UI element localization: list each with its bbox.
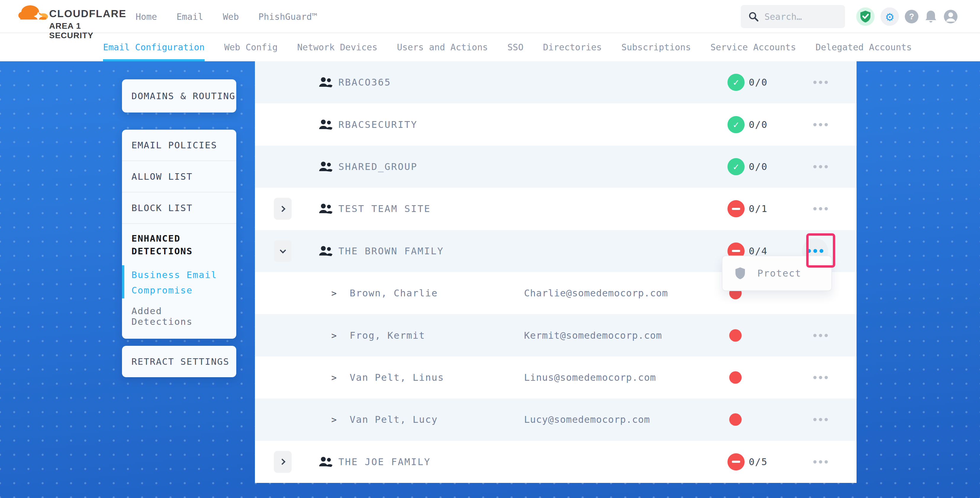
unprotected-dot bbox=[729, 371, 742, 384]
header-icons: ⚙ ? bbox=[856, 0, 958, 33]
status-badge-ok: ✓ bbox=[727, 74, 745, 91]
search-input[interactable] bbox=[764, 11, 835, 22]
gear-icon: ⚙ bbox=[886, 10, 894, 23]
active-item-indicator bbox=[122, 265, 124, 298]
enhanced-detections-section: ENHANCED DETECTIONS Business Email Compr… bbox=[122, 224, 236, 339]
table-row-group[interactable]: THE JOE FAMILY 0/5 bbox=[255, 441, 856, 483]
minus-icon bbox=[732, 250, 740, 252]
tab-service-accounts[interactable]: Service Accounts bbox=[710, 33, 796, 61]
member-email: Charlie@somedemocorp.com bbox=[524, 288, 668, 299]
row-actions-button[interactable] bbox=[813, 418, 828, 421]
group-icon bbox=[318, 119, 333, 130]
unprotected-dot bbox=[729, 329, 742, 342]
search-box[interactable] bbox=[741, 5, 845, 28]
user-icon bbox=[943, 9, 958, 24]
annotation-highlight bbox=[806, 233, 835, 268]
protected-count: 0/4 bbox=[749, 245, 768, 257]
table-row-member[interactable]: > Frog, Kermit Kermit@somedemocorp.com bbox=[255, 314, 856, 356]
group-icon bbox=[318, 456, 333, 468]
group-name: SHARED_GROUP bbox=[339, 161, 417, 172]
cloudflare-logo[interactable]: CLOUDFLARE AREA 1 SECURITY bbox=[17, 1, 118, 32]
top-nav-web[interactable]: Web bbox=[223, 11, 239, 22]
status-badge-ok: ✓ bbox=[727, 116, 745, 133]
sidebar-item-business-email-compromise[interactable]: Business Email Compromise bbox=[132, 267, 227, 298]
minus-icon bbox=[732, 461, 740, 463]
shield-check-icon bbox=[860, 10, 871, 23]
status-badge-alert bbox=[727, 200, 745, 217]
search-icon bbox=[748, 11, 759, 22]
group-name: TEST TEAM SITE bbox=[339, 203, 431, 214]
member-email: Lucy@somedemocorp.com bbox=[524, 414, 650, 425]
member-arrow-icon: > bbox=[331, 330, 337, 340]
group-name: THE JOE FAMILY bbox=[339, 456, 431, 468]
sidebar-item-allow-list[interactable]: ALLOW LIST bbox=[122, 161, 236, 192]
logo-subtitle: AREA 1 SECURITY bbox=[49, 21, 126, 40]
table-row-member[interactable]: > Van Pelt, Lucy Lucy@somedemocorp.com bbox=[255, 399, 856, 441]
group-name: THE BROWN FAMILY bbox=[339, 245, 444, 257]
minus-icon bbox=[732, 208, 740, 210]
tab-sso[interactable]: SSO bbox=[508, 33, 523, 61]
tab-directories[interactable]: Directories bbox=[543, 33, 602, 61]
top-header: CLOUDFLARE AREA 1 SECURITY Home Email We… bbox=[0, 0, 980, 33]
bell-icon bbox=[924, 10, 937, 24]
row-actions-button[interactable] bbox=[813, 165, 828, 168]
protected-count: 0/1 bbox=[749, 203, 768, 214]
row-actions-button[interactable] bbox=[813, 81, 828, 84]
collapse-row-button[interactable] bbox=[274, 240, 292, 262]
top-nav: Home Email Web PhishGuard™ bbox=[135, 0, 317, 33]
group-name: RBACSECURITY bbox=[339, 119, 417, 130]
protected-count: 0/0 bbox=[749, 77, 768, 88]
section-tabbar: Email Configuration Web Config Network D… bbox=[0, 33, 980, 61]
table-row-group[interactable]: RBACO365 ✓ 0/0 bbox=[255, 61, 856, 103]
tab-users-and-actions[interactable]: Users and Actions bbox=[397, 33, 488, 61]
top-nav-phishguard[interactable]: PhishGuard™ bbox=[258, 11, 317, 22]
sidebar-item-block-list[interactable]: BLOCK LIST bbox=[122, 193, 236, 223]
member-name: Brown, Charlie bbox=[350, 288, 438, 299]
sidebar-item-retract-settings[interactable]: RETRACT SETTINGS bbox=[122, 346, 236, 377]
security-status-button[interactable] bbox=[856, 7, 875, 26]
expand-row-button[interactable] bbox=[274, 198, 292, 220]
group-icon bbox=[318, 203, 333, 214]
table-row-group[interactable]: TEST TEAM SITE 0/1 bbox=[255, 188, 856, 230]
top-nav-email[interactable]: Email bbox=[177, 11, 203, 22]
top-nav-home[interactable]: Home bbox=[135, 11, 157, 22]
tab-delegated-accounts[interactable]: Delegated Accounts bbox=[815, 33, 912, 61]
help-button[interactable]: ? bbox=[905, 10, 918, 23]
sidebar-item-enhanced-detections[interactable]: ENHANCED DETECTIONS bbox=[132, 232, 227, 258]
row-actions-button[interactable] bbox=[813, 376, 828, 379]
menu-item-protect[interactable]: Protect bbox=[757, 268, 802, 279]
row-actions-button[interactable] bbox=[813, 460, 828, 463]
group-icon bbox=[318, 77, 333, 88]
row-actions-button[interactable] bbox=[813, 207, 828, 210]
tab-subscriptions[interactable]: Subscriptions bbox=[622, 33, 691, 61]
member-arrow-icon: > bbox=[331, 372, 337, 382]
sidebar-policies-card: EMAIL POLICIES ALLOW LIST BLOCK LIST ENH… bbox=[122, 130, 236, 339]
member-name: Van Pelt, Linus bbox=[350, 372, 444, 383]
help-icon: ? bbox=[905, 10, 918, 23]
sidebar-item-email-policies[interactable]: EMAIL POLICIES bbox=[122, 130, 236, 161]
group-icon bbox=[318, 161, 333, 172]
notifications-button[interactable] bbox=[924, 10, 937, 24]
sidebar-item-domains-routing[interactable]: DOMAINS & ROUTING bbox=[122, 80, 236, 113]
row-actions-button[interactable] bbox=[813, 334, 828, 337]
tab-web-config[interactable]: Web Config bbox=[224, 33, 278, 61]
expand-row-button[interactable] bbox=[274, 451, 292, 473]
protect-shield-icon bbox=[735, 267, 746, 280]
status-badge-ok: ✓ bbox=[727, 158, 745, 175]
protected-count: 0/5 bbox=[749, 456, 768, 468]
table-row-member[interactable]: > Van Pelt, Linus Linus@somedemocorp.com bbox=[255, 356, 856, 399]
chevron-right-icon bbox=[279, 206, 285, 212]
row-actions-button[interactable] bbox=[813, 123, 828, 126]
chevron-down-icon bbox=[280, 247, 286, 253]
member-name: Van Pelt, Lucy bbox=[350, 414, 438, 425]
tab-network-devices[interactable]: Network Devices bbox=[297, 33, 377, 61]
member-arrow-icon: > bbox=[331, 415, 337, 425]
settings-button[interactable]: ⚙ bbox=[881, 7, 899, 26]
table-row-group[interactable]: SHARED_GROUP ✓ 0/0 bbox=[255, 146, 856, 188]
protected-count: 0/0 bbox=[749, 119, 768, 130]
table-row-group[interactable]: RBACSECURITY ✓ 0/0 bbox=[255, 103, 856, 145]
account-button[interactable] bbox=[943, 9, 958, 24]
member-name: Frog, Kermit bbox=[350, 330, 425, 341]
sidebar-item-added-detections[interactable]: Added Detections bbox=[132, 305, 227, 327]
status-badge-alert bbox=[727, 453, 745, 471]
